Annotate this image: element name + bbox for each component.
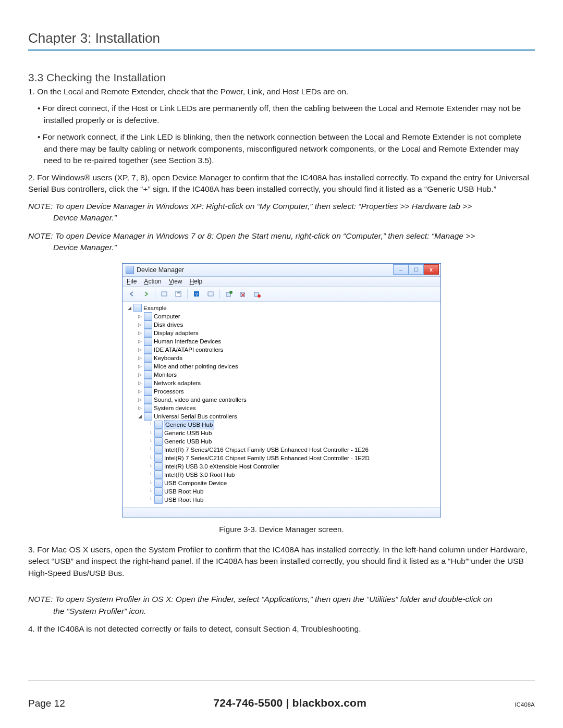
model-number: IC408A [515,701,535,708]
tree-leaf[interactable]: └Generic USB Hub [146,437,439,446]
note-osx-lead: NOTE: To open System Profiler in OS X: O… [28,595,492,603]
toolbar: ? [123,287,440,302]
menu-view[interactable]: View [169,278,182,285]
leaf-connector: └ [148,447,153,452]
statusbar-grip [362,508,440,517]
usb-device-icon [154,454,163,462]
forward-button[interactable] [140,288,152,300]
tree-category-usb[interactable]: ◢Universal Serial Bus controllers [136,412,439,421]
expand-icon: ▷ [137,380,143,386]
expand-icon: ▷ [137,372,143,377]
expand-icon: ▷ [137,388,143,394]
tree-leaf[interactable]: └USB Root Hub [146,487,439,496]
leaf-connector: └ [148,430,153,436]
tree-category[interactable]: ▷Disk drives [136,320,439,329]
note-win7-tail: Device Manager.” [53,242,535,253]
toolbar-separator [219,289,220,299]
device-icon [144,396,152,404]
tree-leaf[interactable]: └Intel(R) USB 3.0 Root Hub [146,471,439,479]
tree-root[interactable]: ◢ Example [126,304,439,312]
statusbar [123,507,440,517]
document-page: Chapter 3: Installation 3.3 Checking the… [0,0,563,728]
menu-file[interactable]: File [127,278,137,285]
expand-icon: ▷ [137,363,143,369]
disable-button[interactable] [251,288,263,300]
back-button[interactable] [126,288,138,300]
tree-leaf-label: Intel(R) USB 3.0 eXtensible Host Control… [164,462,279,471]
footer-center: 724-746-5500 | blackbox.com [65,697,515,709]
device-icon [144,337,152,346]
tree-category-label: Network adapters [154,379,201,387]
device-icon [144,362,152,371]
tree-category[interactable]: ▷Monitors [136,371,439,379]
tree-leaf-label: Generic USB Hub [164,437,212,446]
toolbar-separator [187,289,188,299]
tree-category[interactable]: ▷Sound, video and game controllers [136,396,439,404]
usb-device-icon [154,496,163,504]
tree-leaf[interactable]: └Generic USB Hub [146,429,439,437]
device-manager-window: Device Manager – ☐ x File Action View He… [122,263,441,517]
scan-button[interactable] [204,288,217,300]
leaf-connector: └ [148,488,153,494]
tree-leaf-label: USB Root Hub [164,487,203,496]
note-xp: NOTE: To open Device Manager in Windows … [28,201,535,224]
body-text: 3.3 Checking the Installation 1. On the … [28,71,535,635]
tree-category[interactable]: ▷Mice and other pointing devices [136,362,439,371]
tree-category[interactable]: ▷Network adapters [136,379,439,387]
collapse-icon: ◢ [127,305,132,311]
computer-icon [133,304,142,312]
window-titlebar: Device Manager – ☐ x [123,264,440,277]
figure-caption: Figure 3-3. Device Manager screen. [28,525,535,534]
usb-device-icon [154,446,163,454]
device-icon [144,387,152,396]
device-icon [144,354,152,362]
tree-category-label: Display adapters [154,329,199,337]
tree-root-label: Example [143,304,167,312]
tree-category[interactable]: ▷System devices [136,404,439,412]
bullet-network-connect: For network connect, if the Link LED is … [34,131,535,166]
tree-category[interactable]: ▷IDE ATA/ATAPI controllers [136,346,439,354]
maximize-button[interactable]: ☐ [409,264,424,275]
show-hidden-button[interactable] [158,288,170,300]
bullet-direct-connect: For direct connect, if the Host or Link … [34,103,535,126]
tree-category-label: Sound, video and game controllers [154,396,247,404]
tree-leaf-label: Intel(R) 7 Series/C216 Chipset Family US… [164,446,369,454]
tree-category[interactable]: ▷Computer [136,312,439,320]
tree-leaf[interactable]: └Intel(R) 7 Series/C216 Chipset Family U… [146,454,439,462]
tree-category[interactable]: ▷Processors [136,387,439,396]
device-tree: ◢ Example ▷Computer▷Disk drives▷Display … [123,302,440,507]
tree-leaf[interactable]: └USB Root Hub [146,496,439,504]
tree-leaf[interactable]: └Generic USB Hub [146,421,439,429]
usb-icon [144,412,152,421]
menu-help[interactable]: Help [190,278,203,285]
svg-rect-1 [176,291,181,297]
leaf-connector: └ [148,480,153,486]
leaf-connector: └ [148,438,153,444]
expand-icon: ▷ [137,397,143,402]
uninstall-button[interactable] [237,288,249,300]
tree-leaf[interactable]: └Intel(R) USB 3.0 eXtensible Host Contro… [146,462,439,471]
step-3: 3. For Mac OS X users, open the System P… [28,544,535,579]
tree-category[interactable]: ▷Human Interface Devices [136,337,439,346]
tree-leaf[interactable]: └USB Composite Device [146,479,439,487]
tree-category[interactable]: ▷Keyboards [136,354,439,362]
properties-button[interactable] [172,288,185,300]
tree-category[interactable]: ▷Display adapters [136,329,439,337]
tree-leaf[interactable]: └Intel(R) 7 Series/C216 Chipset Family U… [146,446,439,454]
window-title: Device Manager [137,266,393,274]
menubar: File Action View Help [123,277,440,287]
menu-action[interactable]: Action [144,278,161,285]
leaf-connector: └ [148,463,153,469]
step-4: 4. If the IC408A is not detected correct… [28,623,535,635]
tree-category-label: Processors [154,387,184,396]
tree-leaf-label: USB Root Hub [164,496,203,504]
minimize-button[interactable]: – [393,264,409,275]
device-icon [144,320,152,329]
tree-category-label: Disk drives [154,320,183,329]
tree-leaf-label: Intel(R) USB 3.0 Root Hub [164,471,235,479]
update-driver-button[interactable] [223,288,235,300]
note-xp-lead: NOTE: To open Device Manager in Windows … [28,202,472,211]
help-button[interactable]: ? [190,288,203,300]
close-button[interactable]: x [424,264,439,275]
expand-icon: ▷ [137,355,143,361]
